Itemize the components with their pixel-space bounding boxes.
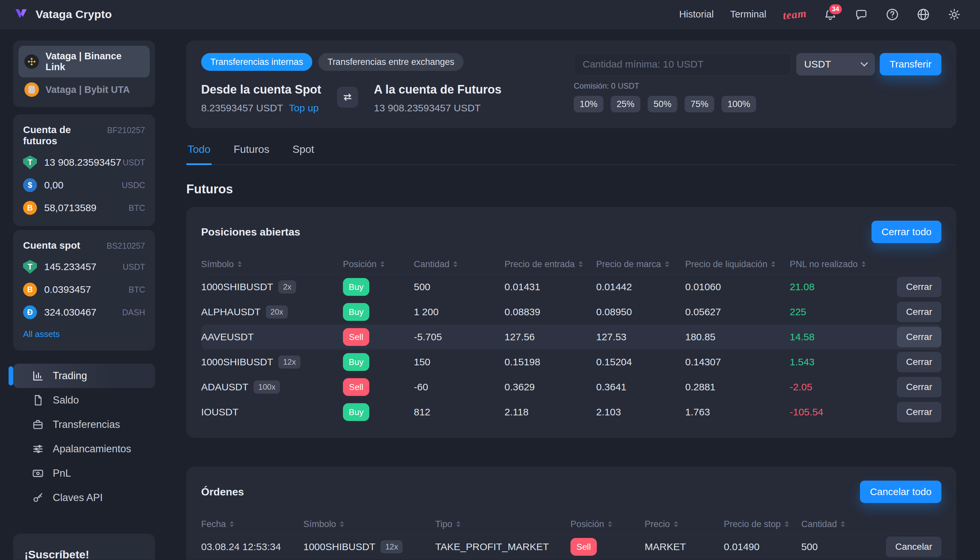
close-position-button[interactable]: Cerrar	[897, 327, 942, 347]
transfer-button[interactable]: Transferir	[880, 53, 942, 75]
tab-todo[interactable]: Todo	[186, 143, 212, 165]
balance-row: B 0.0393457 BTC	[23, 283, 145, 297]
section-title: Futuros	[186, 182, 956, 196]
table-row: IOUSDT Buy 812 2.118 2.103 1.763 -105.54…	[201, 400, 942, 425]
balance-row: Đ 324.030467 DASH	[23, 305, 145, 319]
balance-row: B 58,0713589 BTC	[23, 201, 145, 215]
all-assets-link[interactable]: All assets	[23, 329, 60, 339]
sidebar-item-label: Claves API	[53, 492, 103, 504]
sort-icon	[579, 261, 583, 267]
nav-historial[interactable]: Historial	[679, 9, 714, 20]
close-all-button[interactable]: Cerrar todo	[871, 221, 942, 243]
usdt-icon: T	[23, 155, 37, 169]
sidebar-item-claves-api[interactable]: Claves API	[13, 485, 155, 510]
usdc-icon: $	[23, 178, 37, 192]
column-header-precio-liquidacion[interactable]: Precio de liquidación	[685, 259, 790, 270]
sidebar: Vataga | Binance Link Vataga | Bybit UTA…	[13, 40, 155, 560]
topup-link[interactable]: Top up	[289, 102, 319, 113]
column-header-fecha[interactable]: Fecha	[201, 519, 303, 529]
tab-exchange-transfers[interactable]: Transferencias entre exchanges	[318, 53, 463, 71]
question-icon	[885, 8, 899, 22]
transfer-card: Transferencias internas Transferencias e…	[186, 40, 956, 128]
tab-futuros[interactable]: Futuros	[232, 143, 270, 165]
balance-value: 0,00	[44, 180, 63, 191]
mark-price: 0.08950	[596, 307, 685, 318]
column-header-precio-stop[interactable]: Precio de stop	[724, 519, 801, 529]
top-navigation: Historial Terminal team 34	[679, 7, 962, 22]
currency-select[interactable]: USDT	[796, 53, 875, 75]
close-position-button[interactable]: Cerrar	[897, 352, 942, 372]
tab-internal-transfers[interactable]: Transferencias internas	[201, 53, 312, 71]
unrealized-pnl: -105.54	[790, 407, 887, 418]
unrealized-pnl: 14.58	[790, 332, 887, 343]
unrealized-pnl: 1.543	[790, 357, 887, 368]
positions-table-body: 1000SHIBUSDT2x Buy 500 0.01431 0.01442 0…	[201, 274, 942, 425]
nav-terminal[interactable]: Terminal	[730, 9, 766, 20]
balance-ticker: USDT	[123, 158, 145, 167]
btc-icon: B	[23, 201, 37, 215]
column-header-posicion[interactable]: Posición	[343, 259, 414, 270]
quantity: 1 200	[414, 307, 505, 318]
account-binance-link[interactable]: Vataga | Binance Link	[18, 46, 150, 77]
sliders-icon	[32, 443, 44, 455]
balance-value: 13 908.23593457	[44, 157, 121, 168]
sidebar-item-transferencias[interactable]: Transferencias	[13, 412, 155, 437]
column-header-precio-marca[interactable]: Precio de marca	[596, 259, 685, 270]
percent-buttons: 10% 25% 50% 75% 100%	[574, 96, 942, 112]
quantity: 812	[414, 407, 505, 418]
account-bybit-uta[interactable]: Vataga | Bybit UTA	[18, 77, 150, 102]
percent-75-button[interactable]: 75%	[684, 96, 714, 112]
close-position-button[interactable]: Cerrar	[897, 302, 942, 322]
column-header-tipo[interactable]: Tipo	[435, 519, 570, 529]
language-button[interactable]	[916, 7, 931, 22]
sort-icon	[457, 521, 460, 527]
symbol: 1000SHIBUSDT	[201, 281, 273, 293]
team-logo[interactable]: team	[782, 7, 807, 22]
cancel-order-button[interactable]: Cancelar	[886, 537, 942, 557]
column-header-posicion[interactable]: Posición	[570, 519, 645, 529]
entry-price: 2.118	[505, 407, 596, 418]
banknote-icon	[32, 467, 44, 480]
sidebar-item-saldo[interactable]: Saldo	[13, 388, 155, 412]
balance-row: T 145.233457 USDT	[23, 260, 145, 274]
column-header-pnl[interactable]: PNL no realizado	[790, 259, 887, 270]
help-button[interactable]	[885, 7, 900, 22]
side-badge: Buy	[343, 303, 369, 321]
tab-spot[interactable]: Spot	[291, 143, 316, 165]
swap-accounts-button[interactable]	[337, 87, 358, 108]
chat-button[interactable]	[854, 7, 868, 22]
column-header-simbolo[interactable]: Símbolo	[201, 259, 343, 270]
to-account: A la cuenta de Futuros 13 908.23593457 U…	[374, 83, 502, 113]
column-header-cantidad[interactable]: Cantidad	[414, 259, 505, 270]
quantity: 150	[414, 357, 505, 368]
percent-50-button[interactable]: 50%	[647, 96, 677, 112]
page-layout: Vataga | Binance Link Vataga | Bybit UTA…	[0, 29, 980, 560]
cancel-all-button[interactable]: Cancelar todo	[860, 481, 942, 503]
percent-25-button[interactable]: 25%	[611, 96, 641, 112]
stop-price: 0.01490	[724, 541, 801, 552]
brand: Vataga Crypto	[13, 7, 112, 22]
order-date: 03.08.24 12:53:34	[201, 541, 303, 552]
account-label: Vataga | Bybit UTA	[45, 84, 130, 95]
sidebar-item-pnl[interactable]: PnL	[13, 461, 155, 485]
percent-10-button[interactable]: 10%	[574, 96, 604, 112]
sort-icon	[453, 261, 457, 267]
usdt-icon: T	[23, 260, 37, 274]
column-header-simbolo[interactable]: Símbolo	[303, 519, 435, 529]
chevron-down-icon	[860, 59, 868, 67]
notifications-button[interactable]: 34	[823, 7, 838, 22]
sidebar-menu: Trading Saldo Transferencias	[13, 364, 155, 510]
sidebar-item-apalancamientos[interactable]: Apalancamientos	[13, 437, 155, 461]
column-header-cantidad[interactable]: Cantidad	[801, 519, 880, 529]
column-header-precio[interactable]: Precio	[645, 519, 724, 529]
amount-input[interactable]	[574, 53, 791, 75]
settings-button[interactable]	[947, 7, 962, 22]
leverage-badge: 20x	[266, 305, 288, 318]
sort-icon	[608, 521, 612, 527]
sidebar-item-trading[interactable]: Trading	[13, 364, 155, 388]
percent-100-button[interactable]: 100%	[721, 96, 756, 112]
close-position-button[interactable]: Cerrar	[897, 377, 942, 397]
column-header-precio-entrada[interactable]: Precio de entrada	[505, 259, 596, 270]
close-position-button[interactable]: Cerrar	[897, 402, 942, 422]
close-position-button[interactable]: Cerrar	[897, 277, 942, 297]
